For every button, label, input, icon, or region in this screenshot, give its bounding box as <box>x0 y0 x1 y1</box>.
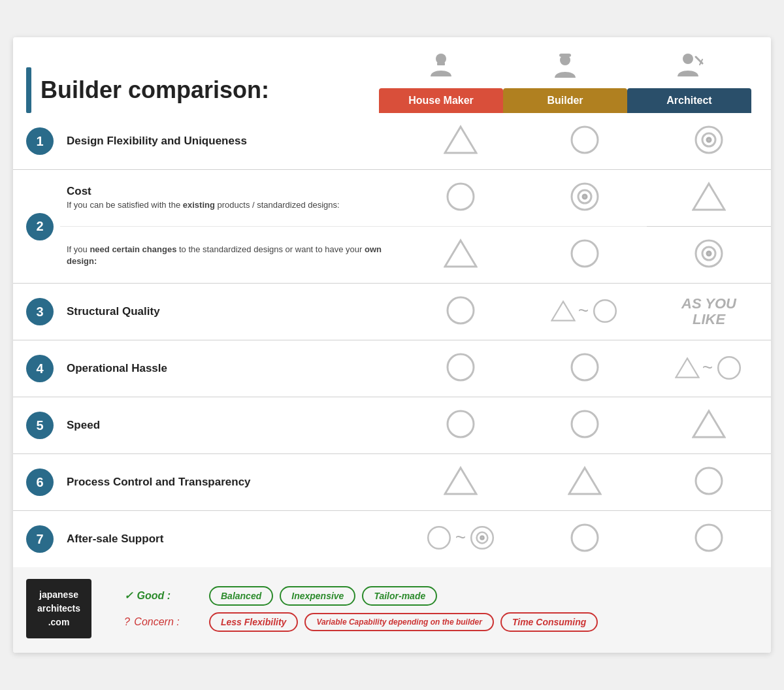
svg-point-39 <box>572 525 598 551</box>
as-you-like-text: AS YOULIKE <box>647 296 771 327</box>
svg-point-40 <box>696 525 722 551</box>
builder-label: Builder <box>503 88 627 113</box>
circle-symbol <box>444 180 477 213</box>
main-card: Builder comparison: House Maker <box>13 37 771 653</box>
circle-symbol <box>568 351 601 384</box>
page-title: Builder comparison: <box>41 76 269 104</box>
circle-symbol <box>693 521 725 554</box>
row-label-6: Process Control and Transparency <box>60 454 399 511</box>
question-icon: ? <box>124 616 130 627</box>
row-label-5: Speed <box>60 397 399 454</box>
triangle-symbol <box>692 181 726 212</box>
title-bar <box>26 67 31 113</box>
symbol-5-architect <box>647 397 771 454</box>
row-num-cell-7: 7 <box>13 511 60 568</box>
svg-point-38 <box>481 536 484 539</box>
svg-point-26 <box>572 354 598 380</box>
circle-symbol <box>568 408 601 440</box>
triangle-symbol <box>444 124 478 156</box>
svg-point-15 <box>583 195 587 199</box>
row-number-6: 6 <box>26 468 54 496</box>
table-row-6: 6 Process Control and Transparency <box>13 454 771 511</box>
badge-tailor-made: Tailor-made <box>362 586 437 606</box>
symbol-3-architect: AS YOULIKE <box>647 284 771 340</box>
badge-inexpensive: Inexpensive <box>280 586 355 606</box>
svg-marker-32 <box>445 468 476 494</box>
svg-marker-27 <box>676 358 698 377</box>
symbol-5-builder <box>523 397 647 454</box>
row-label-cell-1: Design Flexibility and Uniqueness <box>60 113 399 170</box>
svg-marker-31 <box>693 411 725 437</box>
badge-time-consuming: Time Consuming <box>500 612 598 632</box>
svg-point-25 <box>448 354 474 380</box>
badge-balanced: Balanced <box>209 586 273 606</box>
concern-label: ? Concern : <box>124 616 203 628</box>
row-number-1: 1 <box>26 127 54 155</box>
svg-point-22 <box>448 297 474 323</box>
col-header-builder: Builder <box>503 50 627 113</box>
symbol-2b-housemaker <box>399 227 523 284</box>
svg-point-34 <box>696 468 722 494</box>
good-label: ✓ Good : <box>124 589 203 602</box>
column-headers: House Maker Builder <box>379 50 751 113</box>
row-num-cell-4: 4 <box>13 340 60 397</box>
row-number-7: 7 <box>26 525 54 553</box>
svg-point-18 <box>572 240 598 267</box>
symbol-1-architect <box>647 113 771 170</box>
symbol-7-architect <box>647 511 771 568</box>
circle-symbol <box>568 237 601 270</box>
symbol-6-housemaker <box>399 454 523 511</box>
symbol-1-builder <box>523 113 647 170</box>
table-row-cost2: If you need certain changes to the stand… <box>13 227 771 284</box>
circle-tilde-target-symbol: ~ <box>425 524 496 551</box>
symbol-2a-housemaker <box>399 170 523 227</box>
circle-symbol <box>444 351 477 384</box>
tri-tilde-circle-symbol: ~ <box>675 354 743 382</box>
table-row-4: 4 Operational Hassle <box>13 340 771 397</box>
row-number-4: 4 <box>26 355 54 382</box>
footer: japanese architects .com ✓ Good : Balanc… <box>13 567 771 653</box>
architect-label: Architect <box>627 88 751 113</box>
symbol-2a-builder <box>523 170 647 227</box>
table-row-7: 7 After-sale Support ~ <box>13 511 771 568</box>
symbol-2a-architect <box>647 170 771 227</box>
row-num-cell-6: 6 <box>13 454 60 511</box>
symbol-3-housemaker <box>399 284 523 340</box>
svg-rect-3 <box>559 54 571 57</box>
builder-icon <box>551 50 580 83</box>
symbol-2b-architect <box>647 227 771 284</box>
row-num-cell-2: 2 <box>13 170 60 284</box>
row-label-cost-existing: Cost If you can be satisfied with the ex… <box>60 170 399 227</box>
triangle-symbol <box>444 465 478 497</box>
row-number-5: 5 <box>26 412 54 439</box>
circle-symbol <box>693 465 725 497</box>
row-label-4: Operational Hassle <box>60 340 399 397</box>
symbol-3-builder: ~ <box>523 284 647 340</box>
architect-icon <box>675 50 704 83</box>
svg-point-0 <box>436 54 446 64</box>
row-label-3: Structural Quality <box>60 284 399 340</box>
row-num-cell-1: 1 <box>13 113 60 170</box>
target-symbol <box>568 180 601 213</box>
row-label-1: Design Flexibility and Uniqueness <box>67 135 392 148</box>
tri-tilde-circle-symbol: ~ <box>551 297 619 325</box>
target-symbol <box>693 123 725 156</box>
symbol-4-architect: ~ <box>647 340 771 397</box>
footer-legend: ✓ Good : Balanced Inexpensive Tailor-mad… <box>124 586 751 632</box>
circle-symbol <box>568 521 601 554</box>
row-num-cell-3: 3 <box>13 284 60 340</box>
table-row-5: 5 Speed <box>13 397 771 454</box>
svg-point-4 <box>683 54 693 64</box>
symbol-4-housemaker <box>399 340 523 397</box>
svg-point-8 <box>572 127 598 153</box>
svg-point-24 <box>594 300 616 322</box>
row-num-cell-5: 5 <box>13 397 60 454</box>
svg-point-11 <box>707 138 711 142</box>
concern-legend-row: ? Concern : Less Flexibility Variable Ca… <box>124 612 751 632</box>
row-label-7: After-sale Support <box>60 511 399 568</box>
col-header-housemaker: House Maker <box>379 50 503 113</box>
check-icon: ✓ <box>124 590 133 601</box>
svg-marker-23 <box>551 301 574 320</box>
col-header-architect: Architect <box>627 50 751 113</box>
svg-point-12 <box>448 184 474 210</box>
